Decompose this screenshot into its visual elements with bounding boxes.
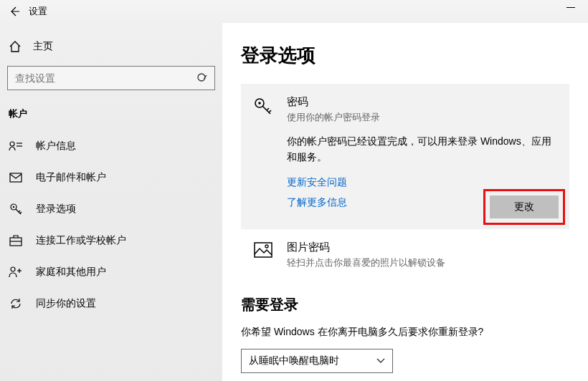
change-button[interactable]: 更改	[490, 196, 559, 218]
search-input[interactable]	[8, 72, 190, 84]
people-icon	[9, 266, 23, 278]
svg-rect-5	[10, 173, 22, 182]
content: 登录选项 密码 使用你的帐户密码登录 你的帐户密码已经设置完成，可以用来登录 W…	[222, 23, 588, 381]
require-signin-question: 你希望 Windows 在你离开电脑多久后要求你重新登录?	[241, 326, 569, 339]
svg-point-16	[265, 245, 268, 248]
back-button[interactable]	[0, 0, 29, 23]
sidebar: 主页 帐户 帐户信息 电子邮件和帐户 登录选项	[0, 23, 222, 381]
search-box[interactable]	[7, 66, 215, 90]
mail-icon	[9, 173, 23, 183]
svg-point-14	[258, 102, 261, 105]
arrow-left-icon	[9, 6, 20, 17]
nav-label: 同步你的设置	[36, 297, 96, 310]
svg-rect-15	[255, 243, 272, 257]
sync-icon	[9, 297, 23, 310]
password-title: 密码	[287, 95, 556, 109]
password-card: 密码 使用你的帐户密码登录 你的帐户密码已经设置完成，可以用来登录 Window…	[241, 84, 569, 229]
svg-point-2	[10, 142, 14, 146]
home-label: 主页	[33, 40, 53, 53]
require-signin-dropdown[interactable]: 从睡眠中唤醒电脑时	[241, 349, 393, 373]
sidebar-item-sync[interactable]: 同步你的设置	[0, 288, 222, 319]
svg-point-0	[198, 74, 205, 81]
search-icon	[190, 72, 214, 84]
password-subtitle: 使用你的帐户密码登录	[287, 111, 556, 124]
home-link[interactable]: 主页	[0, 36, 222, 66]
sidebar-item-work-school[interactable]: 连接工作或学校帐户	[0, 225, 222, 256]
nav-label: 登录选项	[36, 203, 76, 216]
dropdown-value: 从睡眠中唤醒电脑时	[249, 355, 339, 367]
change-highlight: 更改	[483, 189, 565, 225]
person-card-icon	[9, 140, 23, 152]
sidebar-item-account-info[interactable]: 帐户信息	[0, 130, 222, 162]
sidebar-category: 帐户	[0, 105, 222, 130]
sidebar-item-email[interactable]: 电子邮件和帐户	[0, 162, 222, 193]
picture-title: 图片密码	[287, 241, 556, 254]
nav-label: 家庭和其他用户	[36, 266, 106, 279]
briefcase-icon	[9, 235, 23, 246]
nav-label: 电子邮件和帐户	[36, 171, 106, 184]
picture-icon	[254, 241, 274, 269]
sidebar-item-family[interactable]: 家庭和其他用户	[0, 256, 222, 288]
key-icon	[9, 203, 23, 216]
svg-point-7	[13, 206, 14, 208]
update-security-link[interactable]: 更新安全问题	[287, 176, 556, 189]
nav-label: 帐户信息	[36, 140, 76, 153]
key-icon	[254, 95, 274, 216]
svg-point-10	[11, 267, 15, 271]
chevron-down-icon	[376, 358, 385, 364]
sidebar-item-signin-options[interactable]: 登录选项	[0, 193, 222, 225]
titlebar: 设置	[0, 0, 588, 23]
page-title: 登录选项	[241, 43, 569, 68]
require-signin-heading: 需要登录	[241, 295, 569, 314]
nav-label: 连接工作或学校帐户	[36, 234, 126, 247]
picture-password-row[interactable]: 图片密码 轻扫并点击你最喜爱的照片以解锁设备	[241, 229, 569, 269]
home-icon	[9, 40, 22, 53]
window-title: 设置	[29, 5, 47, 18]
minimize-button[interactable]	[566, 7, 575, 8]
picture-subtitle: 轻扫并点击你最喜爱的照片以解锁设备	[287, 256, 556, 269]
password-desc: 你的帐户密码已经设置完成，可以用来登录 Windows、应用和服务。	[287, 134, 556, 165]
